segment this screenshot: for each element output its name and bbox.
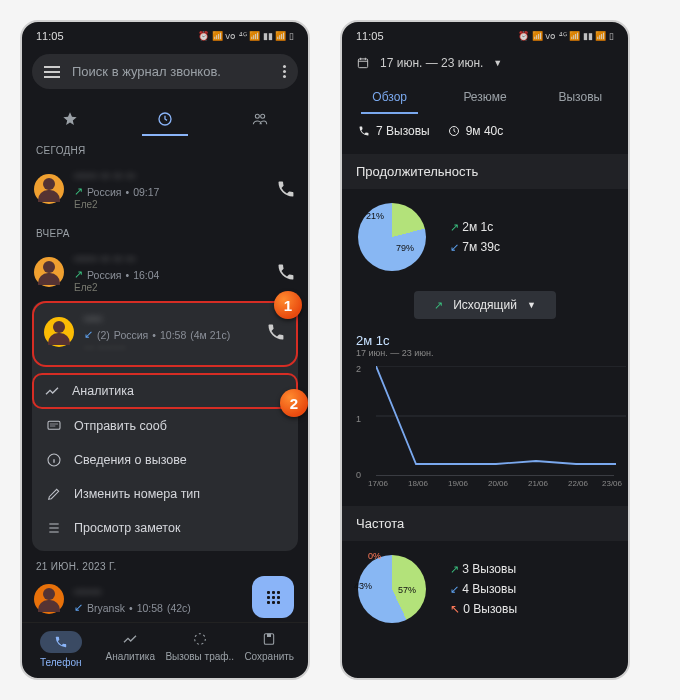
- search-input[interactable]: Поиск в журнал звонков.: [72, 64, 271, 79]
- phone-icon: [358, 125, 370, 137]
- incoming-icon: ↙: [84, 328, 93, 341]
- legend-missed: ↖ 0 Вызовы: [450, 602, 517, 616]
- section-date: 21 ИЮН. 2023 Г.: [22, 551, 308, 576]
- avatar: [34, 174, 64, 204]
- info-icon: [46, 452, 62, 468]
- tab-favorites[interactable]: [22, 103, 117, 135]
- status-icons: ⏰ 📶 ᴠᴏ ⁴ᴳ 📶 ▮▮ 📶 ▯: [198, 31, 294, 41]
- line-title: 2м 1с: [356, 333, 614, 348]
- section-yesterday: ВЧЕРА: [22, 218, 308, 243]
- tab-overview[interactable]: Обзор: [342, 80, 437, 114]
- call-meta: ↗ Россия • 09:17: [74, 185, 266, 198]
- svg-point-2: [261, 114, 265, 118]
- nav-phone[interactable]: Телефон: [26, 631, 96, 668]
- menu-label: Изменить номера тип: [74, 487, 200, 501]
- date-range-bar[interactable]: 17 июн. — 23 июн. ▼: [342, 46, 628, 80]
- svg-point-5: [194, 634, 205, 645]
- dialpad-fab[interactable]: [252, 576, 294, 618]
- phone-icon: [54, 635, 68, 649]
- status-bar: 11:05 ⏰ 📶 ᴠᴏ ⁴ᴳ 📶 ▮▮ 📶 ▯: [22, 22, 308, 46]
- direction-dropdown[interactable]: ↗ Исходящий ▼: [414, 291, 556, 319]
- call-row[interactable]: ▫▫▫▫▫ ▫▫ ▫▫ ▫▫ ↗ Россия • 09:17 Еле2: [22, 160, 308, 218]
- caller-name: ▫▫▫▫▫ ▫▫ ▫▫ ▫▫: [74, 251, 266, 266]
- tab-recent[interactable]: [117, 103, 212, 135]
- section-frequency: Частота: [342, 506, 628, 541]
- summary-row: 7 Вызовы 9м 40с: [342, 114, 628, 148]
- call-icon[interactable]: [276, 179, 296, 199]
- tab-contacts[interactable]: [213, 103, 308, 135]
- more-icon[interactable]: [283, 65, 286, 78]
- search-bar[interactable]: Поиск в журнал звонков.: [32, 54, 298, 89]
- menu-edit-number[interactable]: Изменить номера тип: [32, 477, 298, 511]
- line-chart: 2 1 0 17/06 18/06 19/06 20/06 21/06 22/0…: [356, 366, 614, 476]
- status-icons: ⏰ 📶 ᴠᴏ ⁴ᴳ 📶 ▮▮ 📶 ▯: [518, 31, 614, 41]
- chevron-down-icon: ▼: [493, 58, 502, 68]
- clock-icon: [448, 125, 460, 137]
- menu-icon[interactable]: [44, 66, 60, 78]
- avatar: [34, 584, 64, 614]
- call-icon[interactable]: [266, 322, 286, 342]
- line-svg: [376, 366, 626, 466]
- menu-label: Просмотр заметок: [74, 521, 180, 535]
- phone-right: 11:05 ⏰ 📶 ᴠᴏ ⁴ᴳ 📶 ▮▮ 📶 ▯ 17 июн. — 23 ию…: [340, 20, 630, 680]
- clock: 11:05: [356, 30, 384, 42]
- frequency-legend: ↗ 3 Вызовы ↙ 4 Вызовы ↖ 0 Вызовы: [450, 562, 517, 616]
- avatar: [34, 257, 64, 287]
- legend-incoming: ↙ 7м 39с: [450, 240, 500, 254]
- dialpad-icon: [267, 591, 280, 604]
- call-row[interactable]: ▫▫▫▫▫ ▫▫ ▫▫ ▫▫ ↗ Россия • 16:04 Еле2: [22, 243, 308, 301]
- duration-legend: ↗ 2м 1с ↙ 7м 39с: [450, 220, 500, 254]
- svg-rect-3: [48, 421, 60, 429]
- annotation-marker-2: 2: [280, 389, 308, 417]
- operator: Еле2: [74, 282, 266, 293]
- clock: 11:05: [36, 30, 64, 42]
- tab-resume[interactable]: Резюме: [437, 80, 532, 114]
- star-icon: [62, 111, 78, 127]
- caller-name: ▫▫▫▫: [84, 311, 256, 326]
- menu-view-notes[interactable]: Просмотр заметок: [32, 511, 298, 545]
- nav-analytics[interactable]: Аналитика: [96, 631, 166, 668]
- clock-icon: [157, 111, 173, 127]
- outgoing-icon: ↗: [74, 185, 83, 198]
- calendar-icon: [356, 56, 370, 70]
- message-icon: [46, 418, 62, 434]
- menu-send-message[interactable]: Отправить сооб: [32, 409, 298, 443]
- menu-label: Аналитика: [72, 384, 134, 398]
- date-range: 17 июн. — 23 июн.: [380, 56, 483, 70]
- call-meta: ↗ Россия • 16:04: [74, 268, 266, 281]
- tab-bar: [22, 97, 308, 135]
- chevron-down-icon: ▼: [527, 300, 536, 310]
- section-duration: Продолжительность: [342, 154, 628, 189]
- nav-save[interactable]: Сохранить: [235, 631, 305, 668]
- svg-rect-8: [358, 59, 367, 68]
- frequency-chart-row: 0% 43% 57% ↗ 3 Вызовы ↙ 4 Вызовы ↖ 0 Выз…: [342, 541, 628, 637]
- caller-name: ▫▫▫▫▫ ▫▫ ▫▫ ▫▫: [74, 168, 266, 183]
- call-log: СЕГОДНЯ ▫▫▫▫▫ ▫▫ ▫▫ ▫▫ ↗ Россия • 09:17 …: [22, 135, 308, 622]
- nav-label: Вызовы траф..: [165, 651, 234, 662]
- annotation-marker-1: 1: [274, 291, 302, 319]
- operator: Еле2: [74, 199, 266, 210]
- svg-point-1: [256, 114, 260, 118]
- nav-traffic[interactable]: Вызовы траф..: [165, 631, 235, 668]
- phone-left: 11:05 ⏰ 📶 ᴠᴏ ⁴ᴳ 📶 ▮▮ 📶 ▯ Поиск в журнал …: [20, 20, 310, 680]
- data-icon: [192, 631, 208, 647]
- chart-icon: [44, 383, 60, 399]
- menu-analytics-highlighted[interactable]: 2 Аналитика: [32, 373, 298, 409]
- status-bar: 11:05 ⏰ 📶 ᴠᴏ ⁴ᴳ 📶 ▮▮ 📶 ▯: [342, 22, 628, 46]
- tab-calls[interactable]: Вызовы: [533, 80, 628, 114]
- frequency-pie: 0% 43% 57%: [358, 555, 426, 623]
- legend-outgoing: ↗ 2м 1с: [450, 220, 500, 234]
- svg-rect-7: [267, 634, 271, 637]
- dropdown-value: Исходящий: [453, 298, 517, 312]
- call-icon[interactable]: [276, 262, 296, 282]
- outgoing-icon: ↗: [74, 268, 83, 281]
- nav-label: Аналитика: [106, 651, 156, 662]
- summary-calls: 7 Вызовы: [358, 124, 430, 138]
- call-row-highlighted[interactable]: 1 ▫▫▫▫ ↙ (2) Россия • 10:58 (4м 21с) ▫▫▫…: [32, 301, 298, 367]
- list-icon: [46, 520, 62, 536]
- menu-call-info[interactable]: Сведения о вызове: [32, 443, 298, 477]
- call-meta: ↙ (2) Россия • 10:58 (4м 21с): [84, 328, 256, 341]
- avatar: [44, 317, 74, 347]
- legend-incoming: ↙ 4 Вызовы: [450, 582, 517, 596]
- line-subtitle: 17 июн. — 23 июн.: [356, 348, 614, 358]
